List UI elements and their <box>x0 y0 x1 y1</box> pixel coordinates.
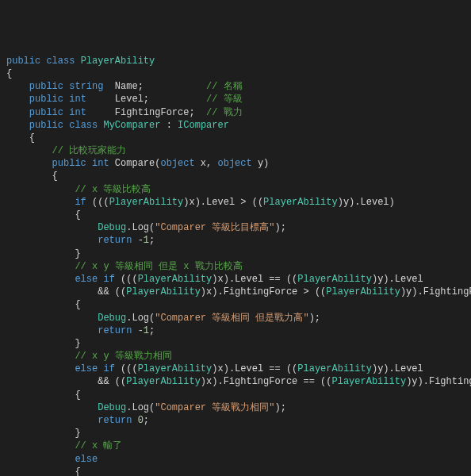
code-token <box>6 145 52 156</box>
code-line[interactable]: public int Level; // 等級 <box>6 93 465 106</box>
code-line[interactable]: } <box>6 337 465 350</box>
code-token: if <box>103 274 114 285</box>
code-line[interactable]: // 比較玩家能力 <box>6 144 465 157</box>
code-line[interactable]: return -1; <box>6 234 465 247</box>
code-token: PlayerAbility <box>126 376 201 387</box>
code-line[interactable]: if (((PlayerAbility)x).Level > ((PlayerA… <box>6 196 465 209</box>
code-line[interactable]: && ((PlayerAbility)x).FightingForce > ((… <box>6 286 465 298</box>
code-token: ((( <box>115 274 138 285</box>
code-line[interactable]: Debug.Log("Comparer 等級比目標高"); <box>6 221 465 234</box>
code-token <box>6 120 29 131</box>
code-line[interactable]: else <box>6 453 465 466</box>
code-token: class <box>46 56 75 67</box>
code-token: else <box>75 454 98 465</box>
code-line[interactable]: else if (((PlayerAbility)x).Level == ((P… <box>6 273 465 286</box>
code-line[interactable]: { <box>6 298 465 311</box>
code-token: { <box>75 466 80 476</box>
code-token <box>6 235 98 246</box>
code-token: // 等級 <box>206 94 243 105</box>
code-token: // x 等級比較高 <box>75 184 151 195</box>
code-token: PlayerAbility <box>81 56 155 67</box>
code-token: PlayerAbility <box>138 363 213 374</box>
code-token: y) <box>252 158 270 169</box>
code-line[interactable]: // x y 等級戰力相同 <box>6 350 465 363</box>
code-token: { <box>52 171 58 182</box>
code-line[interactable]: public string Name; // 名稱 <box>6 80 465 93</box>
code-token <box>6 428 75 439</box>
code-line[interactable]: { <box>6 170 465 182</box>
code-token: public <box>29 107 63 118</box>
code-line[interactable]: public class PlayerAbility <box>6 55 465 67</box>
code-token: FightingForce; <box>86 107 206 118</box>
code-token: object <box>217 158 251 169</box>
code-token: ); <box>274 402 285 413</box>
code-line[interactable]: public int Compare(object x, object y) <box>6 157 465 170</box>
code-token <box>6 299 75 310</box>
code-token: return <box>98 415 132 426</box>
code-line[interactable]: { <box>6 132 465 144</box>
code-line[interactable]: Debug.Log("Comparer 等級相同 但是戰力高"); <box>6 312 465 324</box>
code-token: PlayerAbility <box>326 286 400 298</box>
code-token <box>6 248 75 259</box>
code-token: { <box>75 209 80 221</box>
code-token: ; <box>149 325 155 336</box>
code-token <box>75 56 80 67</box>
code-token <box>6 107 29 118</box>
code-line[interactable]: } <box>6 248 465 260</box>
code-token: // 戰力 <box>206 107 243 118</box>
code-token: 0 <box>138 415 144 426</box>
code-token: public <box>52 158 86 169</box>
code-line[interactable]: // x y 等級相同 但是 x 戰力比較高 <box>6 260 465 273</box>
code-line[interactable]: { <box>6 466 465 476</box>
code-line[interactable]: { <box>6 209 465 221</box>
code-token <box>86 158 92 169</box>
code-token: Level; <box>86 94 206 105</box>
code-line[interactable]: return 0; <box>6 414 465 427</box>
code-line[interactable]: { <box>6 67 465 80</box>
code-token: // x 輸了 <box>75 440 122 451</box>
code-token: public <box>29 94 63 105</box>
code-token: } <box>75 338 80 349</box>
code-token: if <box>75 197 86 208</box>
code-token: ); <box>309 313 320 324</box>
code-token: } <box>75 428 80 439</box>
code-token <box>6 415 98 426</box>
code-token <box>6 351 75 362</box>
code-token: IComparer <box>178 120 229 131</box>
code-token <box>6 158 52 169</box>
code-token: "Comparer 等級相同 但是戰力高" <box>155 313 308 324</box>
code-editor[interactable]: public class PlayerAbility{ public strin… <box>6 55 465 476</box>
code-line[interactable]: // x 等級比較高 <box>6 183 465 196</box>
code-token: // x y 等級戰力相同 <box>75 351 171 362</box>
code-line[interactable]: else if (((PlayerAbility)x).Level == ((P… <box>6 363 465 375</box>
code-line[interactable]: // x 輸了 <box>6 440 465 452</box>
code-token: PlayerAbility <box>138 274 213 285</box>
code-token <box>6 171 52 182</box>
code-token: int <box>69 94 86 105</box>
code-token: : <box>160 120 178 131</box>
code-token <box>6 402 98 413</box>
code-line[interactable]: public class MyComparer : IComparer <box>6 119 465 132</box>
code-line[interactable]: { <box>6 389 465 401</box>
code-line[interactable]: Debug.Log("Comparer 等級戰力相同"); <box>6 401 465 414</box>
code-line[interactable]: } <box>6 427 465 440</box>
code-token: x, <box>195 158 218 169</box>
code-line[interactable]: && ((PlayerAbility)x).FightingForce == (… <box>6 375 465 388</box>
code-token: Debug <box>98 313 126 324</box>
code-token <box>6 132 29 144</box>
code-token: PlayerAbility <box>297 274 372 285</box>
code-token <box>6 197 75 208</box>
code-token: public <box>6 56 40 67</box>
code-line[interactable]: public int FightingForce; // 戰力 <box>6 106 465 119</box>
code-token <box>6 209 75 221</box>
code-token: Name; <box>103 81 206 92</box>
code-token: )x).FightingForce == (( <box>201 376 332 387</box>
code-line[interactable]: return -1; <box>6 324 465 337</box>
code-token: PlayerAbility <box>297 363 372 374</box>
code-token <box>6 261 75 272</box>
code-token: 1 <box>144 325 149 336</box>
code-token: ((( <box>86 197 109 208</box>
code-token <box>6 274 75 285</box>
code-token: if <box>103 363 114 374</box>
code-token <box>6 94 29 105</box>
